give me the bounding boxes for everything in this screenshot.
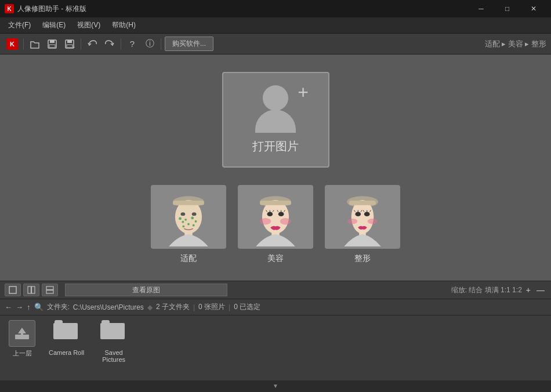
nav-up-btn[interactable]: ↑ [27,303,31,311]
up-level-icon-box [9,320,35,347]
style-beauty-label: 美容 [267,253,284,264]
svg-text:K: K [7,6,12,12]
svg-rect-57 [28,286,31,293]
path-value: C:\Users\User\Pictures [73,303,144,311]
tb-sep-1 [23,38,24,50]
svg-rect-60 [46,291,53,294]
nav-search-btn[interactable]: 🔍 [34,303,44,311]
up-level-label: 上一层 [13,349,32,358]
person-body [255,110,296,133]
menu-help[interactable]: 帮助(H) [106,19,142,31]
svg-point-45 [347,218,357,224]
person-head [263,85,288,111]
svg-rect-56 [9,286,16,293]
info-btn[interactable]: ⓘ [142,37,157,52]
svg-point-24 [193,224,195,226]
svg-point-19 [184,218,187,220]
style-row: 适配 [151,185,400,264]
svg-point-48 [364,212,370,216]
folder-body [53,323,78,339]
person-plus-icon: + [255,85,296,133]
selected-count: 0 已选定 [234,302,260,312]
svg-rect-29 [260,201,291,205]
help-btn[interactable]: ? [125,37,140,52]
tb-sep-2 [81,38,81,50]
sub-folders-count: 2 子文件夹 [156,302,190,312]
save-btn[interactable] [45,37,60,52]
svg-point-46 [368,218,378,224]
camera-roll-folder[interactable]: Camera Roll [49,320,84,356]
save-as-btn[interactable]: + [62,37,77,52]
svg-point-31 [280,217,291,224]
path-sep3: | [229,303,230,311]
svg-marker-62 [18,328,26,335]
nav-forward-btn[interactable]: → [16,303,23,311]
style-adapt-thumb [151,185,226,249]
main-area: + 打开图片 [0,55,551,281]
file-browser: 上一层 Camera Roll Saved Pictures [0,315,551,380]
menu-file[interactable]: 文件(F) [2,19,37,31]
up-level-btn[interactable]: 上一层 [5,320,39,358]
path-folder-label: 文件夹: [47,302,70,312]
svg-rect-58 [32,286,35,293]
view-split-btn[interactable] [42,284,58,296]
style-reshape[interactable]: 整形 [325,185,400,264]
open-folder-btn[interactable] [27,37,42,52]
camera-roll-icon-box [53,320,80,347]
saved-pictures-folder[interactable]: Saved Pictures [93,320,134,363]
svg-point-30 [260,217,271,224]
open-image-button[interactable]: + 打开图片 [222,72,329,168]
close-btn[interactable]: ✕ [520,0,546,17]
logo-btn[interactable]: K [5,37,20,52]
open-image-label: 打开图片 [252,139,299,154]
bottom-scroll-bar: ▼ [0,380,551,391]
menu-edit[interactable]: 编辑(E) [37,19,71,31]
view-single-btn[interactable] [5,284,21,296]
zoom-out-btn[interactable]: — [535,285,546,295]
toolbar: K + [0,34,551,55]
svg-text:+: + [72,45,75,49]
svg-point-22 [187,223,190,225]
photos-count: 0 张照片 [198,302,225,312]
folder-body-2 [100,323,125,339]
svg-rect-6 [49,45,55,48]
scroll-down-btn[interactable]: ▼ [270,383,281,389]
svg-rect-5 [50,40,55,43]
undo-btn[interactable] [85,37,100,52]
style-beauty[interactable]: 美容 [238,185,313,264]
svg-point-23 [182,225,184,227]
svg-rect-59 [46,286,53,290]
upload-icon [9,320,35,347]
style-reshape-thumb [325,185,400,249]
window-controls: ─ □ ✕ [468,0,546,17]
svg-point-47 [355,212,361,216]
zoom-in-btn[interactable]: + [524,285,532,295]
saved-pictures-label: Saved Pictures [93,349,134,363]
nav-back-btn[interactable]: ← [5,303,12,311]
breadcrumb: 适配 ▸ 美容 ▸ 整形 [485,39,546,49]
view-compare-btn[interactable] [23,284,39,296]
svg-point-17 [179,217,182,220]
menu-view[interactable]: 视图(V) [71,19,106,31]
preview-button[interactable]: 查看原图 [65,284,227,296]
svg-rect-61 [15,335,29,339]
svg-point-20 [191,216,194,219]
path-sep2: | [193,303,195,311]
svg-point-16 [192,212,197,216]
redo-btn[interactable] [102,37,117,52]
svg-text:K: K [10,41,14,48]
tb-sep-4 [161,38,161,50]
style-adapt-label: 适配 [180,253,197,264]
svg-point-15 [181,212,186,216]
minimize-btn[interactable]: ─ [468,0,494,17]
camera-roll-label: Camera Roll [49,349,84,356]
style-adapt[interactable]: 适配 [151,185,226,264]
file-list: 上一层 Camera Roll Saved Pictures [0,315,551,380]
svg-rect-9 [67,45,72,48]
title-text: 人像修图助手 - 标准版 [17,4,468,14]
maximize-btn[interactable]: □ [494,0,520,17]
buy-button[interactable]: 购买软件... [165,37,213,51]
path-sep: ◆ [147,303,153,311]
svg-point-21 [195,220,197,222]
svg-point-13 [175,200,202,234]
